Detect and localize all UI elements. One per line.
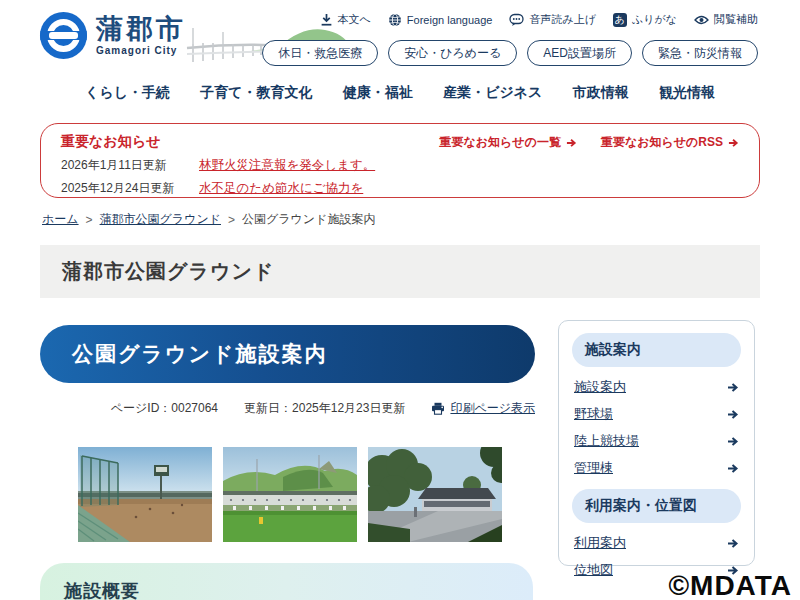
furigana-link[interactable]: あ ふりがな: [613, 12, 677, 27]
arrow-right-icon: [727, 435, 739, 447]
accessibility-link[interactable]: 閲覧補助: [694, 12, 758, 27]
eye-icon: [694, 14, 709, 26]
breadcrumb-current: 公園グラウンド施設案内: [242, 211, 375, 228]
sidebar-section-facility-title: 施設案内: [572, 333, 741, 367]
furigana-icon: あ: [613, 13, 627, 27]
page-id: ページID：0027064: [111, 400, 218, 417]
site-header: 蒲郡市 Gamagori City 本文へ: [0, 0, 800, 76]
notice-link-water[interactable]: 水不足のため節水にご協力を: [199, 180, 363, 197]
global-nav: くらし・手続 子育て・教育文化 健康・福祉 産業・ビジネス 市政情報 観光情報: [40, 84, 760, 102]
watermark: ©MDATA: [668, 570, 792, 600]
overview-heading-bar: 施設概要: [40, 563, 533, 600]
arrow-right-icon: [727, 537, 739, 549]
breadcrumb: ホーム > 蒲郡市公園グラウンド > 公園グラウンド施設案内: [42, 211, 375, 228]
print-label: 印刷ページ表示: [450, 400, 535, 417]
overview-heading: 施設概要: [64, 579, 533, 600]
notice-item: 2025年12月24日更新 水不足のため節水にご協力を: [61, 180, 739, 197]
notice-rss-link[interactable]: 重要なお知らせのRSS: [601, 134, 739, 151]
page-meta: ページID：0027064 更新日：2025年12月23日更新 印刷ページ表示: [40, 400, 535, 417]
foreign-language-link[interactable]: Foreign language: [388, 13, 493, 27]
notice-date: 2025年12月24日更新: [61, 180, 199, 197]
utility-label: 音声読み上げ: [529, 12, 596, 27]
holiday-emergency-medical-button[interactable]: 休日・救急医療: [262, 40, 378, 66]
baseball-ground-photo: [78, 447, 212, 542]
anshin-hiromail-button[interactable]: 安心・ひろめーる: [388, 40, 517, 66]
arrow-right-icon: [727, 408, 739, 420]
notice-item: 2026年1月11日更新 林野火災注意報を発令します。: [61, 157, 739, 174]
section-title-band: 蒲郡市公園グラウンド: [40, 245, 760, 298]
nav-shisei[interactable]: 市政情報: [573, 84, 629, 102]
page-title-banner: 公園グラウンド施設案内: [40, 325, 535, 383]
nav-sangyo[interactable]: 産業・ビジネス: [443, 84, 542, 102]
facility-photos: [78, 447, 502, 542]
to-main-text-link[interactable]: 本文へ: [320, 12, 371, 27]
notice-title: 重要なお知らせ: [61, 133, 160, 151]
notice-link-wildfire[interactable]: 林野火災注意報を発令します。: [199, 157, 375, 174]
utility-label: 本文へ: [338, 12, 371, 27]
city-logo[interactable]: 蒲郡市 Gamagori City: [40, 12, 186, 59]
arrow-right-icon: [566, 137, 577, 148]
sidebar: 施設案内 施設案内 野球場 陸上競技場 管理棟 利用案内・位置図 利用案内: [558, 320, 755, 566]
breadcrumb-parent[interactable]: 蒲郡市公園グラウンド: [100, 211, 221, 228]
sidebar-link-kanrito[interactable]: 管理棟: [574, 454, 739, 481]
city-name: 蒲郡市: [96, 15, 186, 43]
sidebar-section-guide-title: 利用案内・位置図: [572, 489, 741, 523]
sidebar-link-yakyujo[interactable]: 野球場: [574, 400, 739, 427]
download-icon: [320, 13, 333, 26]
sidebar-link-rikujo[interactable]: 陸上競技場: [574, 427, 739, 454]
utility-label: 閲覧補助: [714, 12, 758, 27]
notice-date: 2026年1月11日更新: [61, 157, 199, 174]
nav-kurashi[interactable]: くらし・手続: [85, 84, 170, 102]
nav-kosodate[interactable]: 子育て・教育文化: [200, 84, 312, 102]
page: 蒲郡市 Gamagori City 本文へ: [0, 0, 800, 600]
page-title: 公園グラウンド施設案内: [72, 340, 327, 368]
speech-bubble-icon: [509, 13, 524, 27]
notice-list-link[interactable]: 重要なお知らせの一覧: [440, 134, 577, 151]
arrow-right-icon: [727, 381, 739, 393]
text-to-speech-link[interactable]: 音声読み上げ: [509, 12, 596, 27]
utility-label: Foreign language: [407, 14, 493, 26]
arrow-right-icon: [728, 137, 739, 148]
emergency-disaster-info-button[interactable]: 緊急・防災情報: [642, 40, 758, 66]
utility-label: ふりがな: [632, 12, 677, 27]
sidebar-link-shisetsu-annai[interactable]: 施設案内: [574, 373, 739, 400]
nav-kenko[interactable]: 健康・福祉: [343, 84, 413, 102]
important-notice-box: 重要なお知らせ 重要なお知らせの一覧 重要なお知らせのRSS 2026年1月11…: [40, 123, 760, 198]
globe-icon: [388, 13, 402, 27]
utility-links: 本文へ Foreign language 音声読み上げ あ ふりがな 閲覧補助: [320, 12, 758, 27]
breadcrumb-home[interactable]: ホーム: [42, 211, 79, 228]
breadcrumb-separator: >: [228, 213, 235, 227]
section-title: 蒲郡市公園グラウンド: [62, 258, 274, 285]
printer-icon: [431, 402, 445, 415]
print-page-link[interactable]: 印刷ページ表示: [431, 400, 535, 417]
quick-buttons: 休日・救急医療 安心・ひろめーる AED設置場所 緊急・防災情報: [262, 40, 758, 66]
aed-locations-button[interactable]: AED設置場所: [527, 40, 632, 66]
updated-date: 更新日：2025年12月23日更新: [244, 400, 405, 417]
sidebar-link-riyo-annai[interactable]: 利用案内: [574, 529, 739, 556]
city-name-en: Gamagori City: [96, 45, 186, 56]
logo-text: 蒲郡市 Gamagori City: [96, 15, 186, 55]
management-building-photo: [368, 447, 502, 542]
arrow-right-icon: [727, 462, 739, 474]
city-emblem-icon: [40, 12, 87, 59]
nav-kanko[interactable]: 観光情報: [659, 84, 715, 102]
athletics-field-photo: [223, 447, 357, 542]
breadcrumb-separator: >: [86, 213, 93, 227]
